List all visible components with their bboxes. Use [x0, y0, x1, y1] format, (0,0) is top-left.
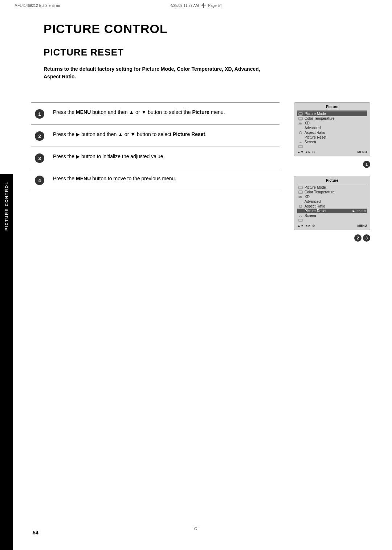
svg-text:XD: XD	[298, 122, 302, 125]
menu-divider-1	[297, 110, 367, 111]
crosshair-icon	[201, 3, 206, 8]
menu-item-advanced-1: Advanced	[297, 126, 367, 130]
step-2-number: 2	[31, 131, 53, 141]
step-row-3: 3 Press the ▶ button to initialize the a…	[31, 147, 279, 169]
menu-item-xd-1: XD XD	[297, 121, 367, 126]
step-label-1: 1	[363, 161, 370, 168]
step-3-number: 3	[31, 153, 53, 163]
menu-item-color-temp-2: Color Temperature	[297, 190, 367, 194]
menu-item-screen-2: Screen	[297, 213, 367, 218]
menu-item-xd-2: XD XD	[297, 194, 367, 199]
step-3-text: Press the ▶ button to initialize the adj…	[53, 153, 279, 160]
reset-icon-1	[298, 136, 303, 139]
svg-rect-11	[299, 191, 302, 194]
menu-item-picture-mode-1: Picture Mode	[297, 111, 367, 116]
meta-date: 4/28/09 11:27 AM	[170, 4, 199, 8]
nav-icons-1: ▲▼ ◄► ⊙	[297, 150, 358, 154]
nav-bar-2: ▲▼ ◄► ⊙ MENU	[297, 224, 367, 227]
meta-center: 4/28/09 11:27 AM Page 54	[170, 3, 222, 8]
aspect-icon-1	[298, 131, 303, 135]
meta-page: Page 54	[208, 4, 222, 8]
svg-rect-0	[299, 112, 302, 115]
nav-menu-1: MENU	[358, 150, 367, 154]
nav-bar-1: ▲▼ ◄► ⊙ MENU	[297, 150, 367, 154]
content-area: 1 Press the MENU button and then ▲ or ▼ …	[31, 102, 374, 242]
svg-rect-15	[299, 219, 302, 221]
page-title: PICTURE CONTROL	[44, 22, 374, 36]
menu-item-aspect-1: Aspect Ratio	[297, 130, 367, 135]
menu-item-extra-2	[297, 218, 367, 222]
color-temp-icon-2	[298, 190, 303, 194]
step-4-circle: 4	[35, 176, 44, 185]
screenshot-1: Picture Picture Mode	[294, 102, 370, 156]
step-1-circle: 1	[35, 109, 44, 119]
steps-column: 1 Press the MENU button and then ▲ or ▼ …	[31, 102, 279, 242]
step-label-2: 2	[354, 234, 362, 242]
page-number: 54	[33, 530, 38, 535]
nav-icons-2: ▲▼ ◄► ⊙	[297, 224, 358, 227]
xd-icon-1: XD	[298, 122, 303, 125]
color-temp-icon-1	[298, 117, 303, 120]
extra-icon-1	[298, 145, 303, 148]
svg-rect-10	[300, 189, 301, 189]
nav-menu-2: MENU	[358, 224, 367, 227]
screenshot-1-label: 1	[362, 161, 370, 168]
menu-item-label: Screen	[305, 140, 366, 144]
bottom-crosshair	[193, 526, 199, 534]
aspect-icon-2	[298, 205, 303, 208]
menu-item-label: Color Temperature	[305, 116, 366, 120]
extra-icon-2	[298, 218, 303, 222]
picture-mode-icon-1	[298, 112, 303, 116]
picture-mode-icon-2	[298, 186, 303, 189]
menu-item-label: XD	[305, 195, 366, 199]
screenshot-2-label: 2 3	[353, 234, 370, 242]
menu-item-label: Picture Mode	[305, 112, 366, 116]
menu-item-label: Advanced	[305, 126, 366, 130]
step-3-circle: 3	[35, 153, 44, 163]
menu-item-reset-label: Picture Reset	[305, 209, 351, 213]
menu-item-label: Aspect Ratio	[305, 204, 366, 208]
step-1-number: 1	[31, 108, 53, 119]
section-title: PICTURE RESET	[44, 47, 374, 58]
menu-item-picture-mode-2: Picture Mode	[297, 185, 367, 190]
step-2-circle: 2	[35, 131, 44, 141]
step-row-2: 2 Press the ▶ button and then ▲ or ▼ but…	[31, 124, 279, 147]
step-2-text: Press the ▶ button and then ▲ or ▼ butto…	[53, 131, 279, 138]
menu-item-label: Screen	[305, 214, 366, 218]
step-4-text: Press the MENU button to move to the pre…	[53, 175, 279, 182]
meta-line: MFL41469212-Edit2-en5-mi 4/28/09 11:27 A…	[15, 3, 377, 8]
menu-item-label: Picture Reset	[305, 135, 366, 139]
svg-text:XD: XD	[298, 196, 302, 198]
screen-icon-1	[298, 140, 303, 144]
menu-item-reset-1: Picture Reset	[297, 135, 367, 140]
to-set-label: To Set	[357, 209, 366, 213]
svg-rect-3	[299, 117, 302, 120]
step-label-3: 3	[363, 234, 370, 242]
menu-item-label: Color Temperature	[305, 190, 366, 194]
main-content: PICTURE CONTROL PICTURE RESET Returns to…	[18, 0, 374, 242]
screenshot-2-container: Picture Picture Mode	[294, 176, 370, 242]
menu-item-advanced-2: Advanced	[297, 199, 367, 204]
svg-rect-7	[299, 145, 302, 148]
svg-rect-2	[300, 115, 301, 115]
menu-item-color-temp-1: Color Temperature	[297, 116, 367, 121]
menu-item-label: Picture Mode	[305, 185, 366, 189]
step-4-number: 4	[31, 175, 53, 185]
screenshots-column: Picture Picture Mode	[279, 102, 374, 242]
step-row-4: 4 Press the MENU button to move to the p…	[31, 169, 279, 191]
menu-item-screen-1: Screen	[297, 140, 367, 144]
menu-item-label: Advanced	[305, 200, 366, 204]
svg-point-6	[299, 131, 302, 134]
reset-arrow: ►	[352, 209, 356, 213]
menu-item-extra-1	[297, 144, 367, 149]
sidebar-label: PICTURE CONTROL	[4, 181, 9, 231]
meta-file: MFL41469212-Edit2-en5-mi	[15, 4, 170, 8]
advanced-icon-2	[298, 200, 303, 204]
menu-item-reset-2: Picture Reset ► To Set	[297, 209, 367, 213]
menu-item-aspect-2: Aspect Ratio	[297, 204, 367, 209]
screenshot-1-container: Picture Picture Mode	[294, 102, 370, 168]
xd-icon-2: XD	[298, 195, 303, 199]
menu-item-label: XD	[305, 121, 366, 125]
svg-rect-8	[299, 186, 302, 189]
menu-item-label: Aspect Ratio	[305, 131, 366, 135]
